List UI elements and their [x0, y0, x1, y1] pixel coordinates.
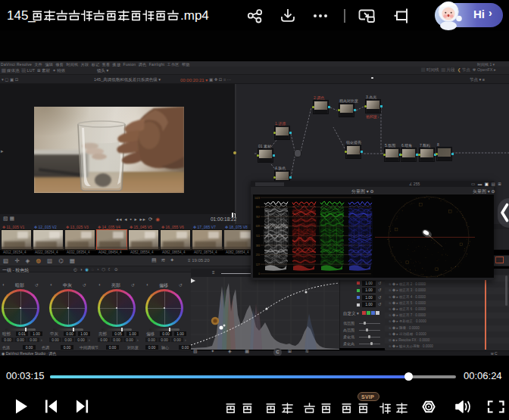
svg-text:255: 255 — [256, 254, 261, 257]
svg-text:1023: 1023 — [254, 197, 260, 200]
svg-text:895: 895 — [256, 206, 261, 209]
svg-text:383: 383 — [256, 244, 261, 247]
svg-text:639: 639 — [256, 225, 261, 228]
svg-text:0: 0 — [258, 272, 260, 275]
svg-text:511: 511 — [256, 235, 260, 238]
svg-text:127: 127 — [256, 263, 261, 266]
svg-text:767: 767 — [256, 216, 261, 219]
